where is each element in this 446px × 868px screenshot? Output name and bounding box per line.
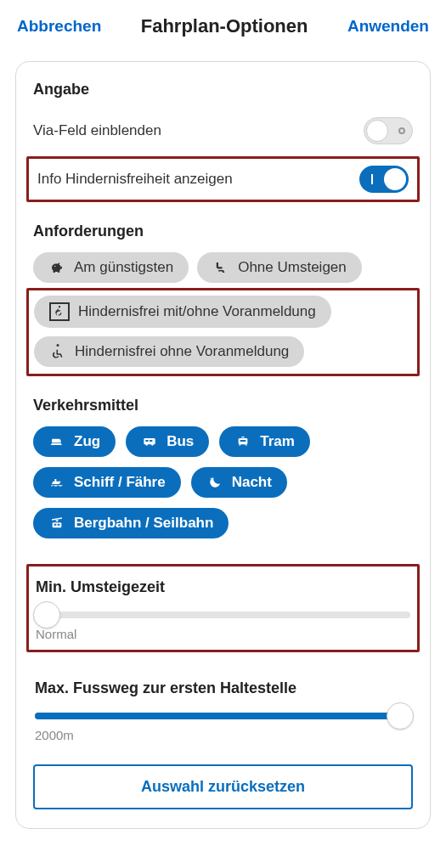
umsteigezeit-value: Normal — [36, 627, 410, 641]
chip-nacht[interactable]: Nacht — [191, 467, 287, 498]
fussweg-title: Max. Fussweg zur ersten Haltestelle — [35, 679, 411, 697]
umsteigezeit-block: Min. Umsteigezeit Normal — [34, 572, 412, 645]
fussweg-value: 2000m — [35, 728, 411, 742]
page-title: Fahrplan-Optionen — [141, 15, 308, 37]
section-verkehrsmittel-title: Verkehrsmittel — [33, 397, 413, 414]
via-feld-label: Via-Feld einblenden — [33, 122, 161, 139]
moon-icon — [206, 475, 223, 490]
chip-bus[interactable]: Bus — [126, 426, 209, 457]
chip-tram[interactable]: Tram — [219, 426, 310, 457]
chip-hindernisfrei-ohne[interactable]: Hindernisfrei ohne Voranmeldung — [34, 336, 304, 367]
fussweg-block: Max. Fussweg zur ersten Haltestelle 2000… — [33, 673, 413, 746]
chip-schiff[interactable]: Schiff / Fähre — [33, 467, 181, 498]
chip-label: Nacht — [232, 474, 272, 491]
chip-ohne-umsteigen[interactable]: Ohne Umsteigen — [197, 252, 362, 283]
anforderungen-chips-row1: Am günstigsten Ohne Umsteigen — [33, 252, 413, 283]
chip-label: Ohne Umsteigen — [238, 259, 347, 276]
tram-icon — [234, 434, 251, 449]
highlight-umsteigezeit: Min. Umsteigezeit Normal — [26, 564, 420, 652]
section-anforderungen-title: Anforderungen — [33, 223, 413, 240]
slider-thumb[interactable] — [33, 601, 60, 628]
chip-label: Hindernisfrei ohne Voranmeldung — [75, 343, 289, 360]
highlight-hindernisfreiheit: Info Hindernisfreiheit anzeigen — [26, 156, 420, 202]
wheelchair-icon — [49, 344, 66, 359]
wheelchair-box-icon — [49, 302, 70, 321]
seat-icon — [212, 260, 229, 275]
cancel-button[interactable]: Abbrechen — [17, 17, 101, 36]
verkehrsmittel-chips: Zug Bus Tram Schiff / Fähre Nacht — [33, 426, 413, 538]
chip-hindernisfrei-mit[interactable]: Hindernisfrei mit/ohne Voranmeldung — [34, 296, 331, 328]
hindernisfreiheit-toggle[interactable] — [359, 166, 409, 193]
via-feld-toggle[interactable] — [364, 117, 413, 144]
highlight-hindernisfrei-chips: Hindernisfrei mit/ohne Voranmeldung Hind… — [26, 288, 420, 376]
train-icon — [48, 434, 65, 449]
hindernisfreiheit-label: Info Hindernisfreiheit anzeigen — [37, 171, 233, 188]
chip-label: Hindernisfrei mit/ohne Voranmeldung — [78, 303, 316, 320]
reset-button[interactable]: Auswahl zurücksetzen — [33, 764, 413, 809]
umsteigezeit-title: Min. Umsteigezeit — [36, 578, 410, 596]
chip-label: Am günstigsten — [74, 259, 173, 276]
ship-icon — [48, 475, 65, 490]
umsteigezeit-slider[interactable] — [36, 612, 410, 618]
piggybank-icon — [48, 260, 65, 275]
chip-am-guenstigsten[interactable]: Am günstigsten — [33, 252, 189, 283]
row-via-feld: Via-Feld einblenden — [33, 110, 413, 151]
chip-bergbahn[interactable]: Bergbahn / Seilbahn — [33, 508, 229, 538]
chip-label: Bergbahn / Seilbahn — [74, 515, 213, 532]
options-card: Angabe Via-Feld einblenden Info Hinderni… — [15, 61, 431, 829]
chip-label: Schiff / Fähre — [74, 474, 166, 491]
top-bar: Abbrechen Fahrplan-Optionen Anwenden — [0, 0, 446, 49]
slider-thumb[interactable] — [387, 702, 414, 730]
chip-label: Tram — [260, 433, 295, 450]
bus-icon — [141, 434, 158, 449]
row-hindernisfreiheit: Info Hindernisfreiheit anzeigen — [34, 164, 412, 194]
section-angabe-title: Angabe — [33, 81, 413, 99]
cablecar-icon — [48, 516, 65, 531]
chip-label: Bus — [167, 433, 194, 450]
chip-zug[interactable]: Zug — [33, 426, 116, 457]
chip-label: Zug — [74, 433, 100, 450]
fussweg-slider[interactable] — [35, 713, 411, 719]
apply-button[interactable]: Anwenden — [347, 17, 429, 36]
